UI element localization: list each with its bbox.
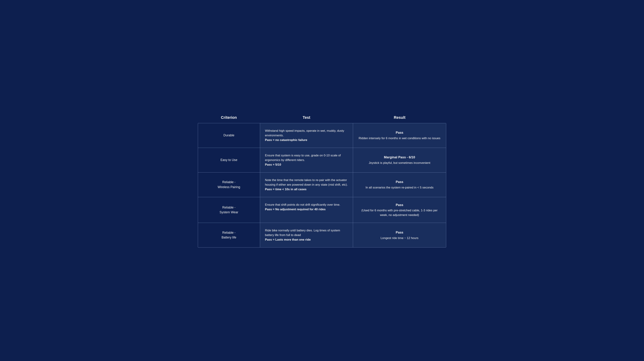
result-detail-text: In all scenarios the system re-paired in… [366, 185, 434, 190]
test-pass-criteria: Pass = 5/10 [265, 163, 281, 166]
result-pass-label: Marginal Pass - 6/10 [384, 155, 415, 160]
result-detail-text: Joystick is playful, but sometimes incon… [369, 161, 430, 165]
table-row: Reliable - Battery lifeRide bike normall… [198, 223, 446, 247]
test-cell: Ride bike normally until battery dies. L… [260, 223, 353, 247]
table-row: Reliable - System WearEnsure that shift … [198, 197, 446, 223]
result-detail-text: Longest ride time ~ 12 hours [380, 236, 418, 240]
criterion-text: Durable [223, 133, 234, 138]
criterion-cell: Reliable - System Wear [198, 197, 260, 223]
test-description: Withstand high speed impacts, operate in… [265, 129, 344, 137]
header-criterion: Criterion [198, 115, 260, 120]
test-cell: Note the time that the remote takes to r… [260, 173, 353, 197]
page-container: Criterion Test Result DurableWithstand h… [198, 113, 446, 248]
test-cell: Withstand high speed impacts, operate in… [260, 123, 353, 148]
main-table: DurableWithstand high speed impacts, ope… [198, 123, 446, 248]
result-pass-label: Pass [396, 130, 403, 135]
header-test: Test [260, 115, 353, 120]
test-pass-criteria: Pass = Lasts more than one ride [265, 238, 311, 241]
criterion-text: Reliable - Battery life [222, 230, 236, 240]
test-description: Ride bike normally until battery dies. L… [265, 229, 340, 237]
result-pass-label: Pass [396, 179, 403, 185]
criterion-cell: Reliable - Wireless Pairing [198, 173, 260, 197]
table-row: Reliable - Wireless PairingNote the time… [198, 173, 446, 197]
result-pass-label: Pass [396, 230, 403, 235]
criterion-cell: Durable [198, 123, 260, 148]
table-header: Criterion Test Result [198, 113, 446, 123]
header-result: Result [353, 115, 446, 120]
result-cell: Marginal Pass - 6/10Joystick is playful,… [353, 148, 446, 172]
table-row: Easy to UseEnsure that system is easy to… [198, 148, 446, 173]
test-pass-criteria: Pass = No adjustment required for 40 rid… [265, 208, 326, 211]
result-cell: PassRidden intensely for 6 months in wet… [353, 123, 446, 148]
test-description: Ensure that system is easy to use, grade… [265, 154, 341, 162]
test-cell: Ensure that shift points do not drift si… [260, 197, 353, 223]
test-pass-criteria: Pass = time < 10s in all cases [265, 188, 306, 191]
criterion-text: Easy to Use [220, 158, 238, 162]
result-cell: PassLongest ride time ~ 12 hours [353, 223, 446, 247]
criterion-cell: Easy to Use [198, 148, 260, 172]
result-detail-text: Ridden intensely for 6 months in wet con… [358, 136, 440, 141]
test-pass-criteria: Pass = no catastrophic failure [265, 138, 307, 142]
test-description: Note the time that the remote takes to r… [265, 178, 348, 186]
result-pass-label: Pass [396, 203, 403, 208]
criterion-text: Reliable - System Wear [220, 205, 238, 215]
result-cell: Pass(Used for 6 months with pre-stretche… [353, 197, 446, 223]
criterion-text: Reliable - Wireless Pairing [218, 180, 240, 190]
test-description: Ensure that shift points do not drift si… [265, 203, 340, 206]
result-detail-text: (Used for 6 months with pre-stretched ca… [358, 208, 441, 217]
table-row: DurableWithstand high speed impacts, ope… [198, 123, 446, 148]
criterion-cell: Reliable - Battery life [198, 223, 260, 247]
result-cell: PassIn all scenarios the system re-paire… [353, 173, 446, 197]
test-cell: Ensure that system is easy to use, grade… [260, 148, 353, 172]
